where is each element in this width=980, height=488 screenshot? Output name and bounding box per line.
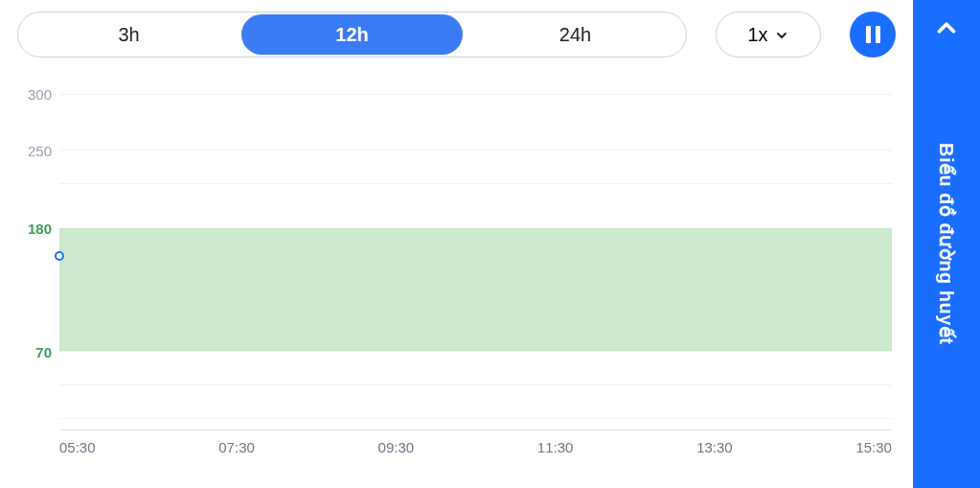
side-panel-title: Biểu đồ đường huyết: [935, 143, 958, 344]
plot-area[interactable]: [59, 94, 892, 430]
x-tick: 13:30: [696, 439, 733, 455]
y-tick: 250: [28, 142, 52, 158]
gridline: [59, 94, 892, 95]
main-panel: 3h12h24h 1x 30025018070 05:3007:3009:301…: [0, 0, 913, 488]
time-range-12h[interactable]: 12h: [241, 14, 463, 55]
gridline: [59, 418, 892, 419]
time-range-segmented: 3h12h24h: [17, 12, 687, 58]
gridline: [59, 183, 892, 184]
y-tick: 300: [28, 86, 52, 103]
controls-row: 3h12h24h 1x: [11, 12, 901, 58]
data-point[interactable]: [55, 251, 64, 261]
app-root: 3h12h24h 1x 30025018070 05:3007:3009:301…: [0, 0, 980, 488]
y-tick: 70: [35, 344, 52, 360]
side-panel[interactable]: Biểu đồ đường huyết: [913, 0, 980, 488]
chevron-up-icon[interactable]: [932, 13, 961, 42]
x-tick: 11:30: [537, 439, 574, 455]
time-range-24h[interactable]: 24h: [465, 12, 686, 57]
target-range-band: [59, 228, 892, 351]
y-axis: 30025018070: [11, 94, 59, 430]
speed-label: 1x: [747, 24, 767, 46]
speed-selector[interactable]: 1x: [716, 12, 821, 58]
x-tick: 05:30: [59, 439, 96, 455]
x-tick: 07:30: [218, 439, 255, 455]
pause-icon: [866, 26, 880, 43]
glucose-chart: 30025018070 05:3007:3009:3011:3013:3015:…: [11, 90, 901, 488]
gridline: [59, 150, 892, 151]
time-range-3h[interactable]: 3h: [18, 12, 239, 57]
x-axis: 05:3007:3009:3011:3013:3015:30: [59, 439, 892, 455]
y-tick: 180: [28, 221, 52, 237]
x-tick: 09:30: [378, 439, 415, 455]
gridline: [59, 351, 892, 352]
x-tick: 15:30: [855, 439, 892, 455]
pause-button[interactable]: [850, 12, 896, 58]
gridline: [59, 384, 892, 385]
chevron-down-icon: [774, 28, 789, 43]
